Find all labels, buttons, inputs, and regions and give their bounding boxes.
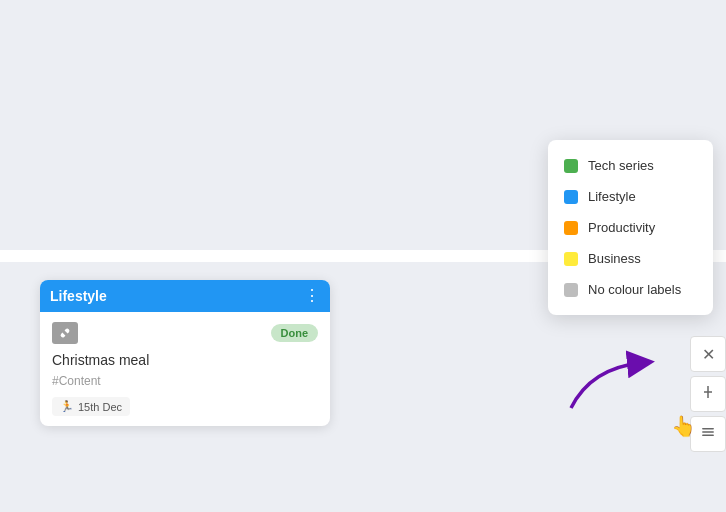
color-dot-tech — [564, 159, 578, 173]
link-icon — [58, 326, 72, 340]
card-tag: #Content — [52, 374, 318, 388]
task-card: Lifestyle ⋮ Done Christmas meal #Content… — [40, 280, 330, 426]
close-icon: ✕ — [702, 345, 715, 364]
pin-button[interactable] — [690, 376, 726, 412]
date-icon: 🏃 — [60, 400, 74, 413]
menu-icon — [700, 424, 716, 444]
arrow-annotation — [551, 348, 671, 422]
pin-icon — [700, 384, 716, 404]
card-date: 🏃 15th Dec — [52, 397, 130, 416]
arrow-svg — [551, 348, 671, 418]
card-header: Lifestyle ⋮ — [40, 280, 330, 312]
dropdown-item-lifestyle[interactable]: Lifestyle — [548, 181, 713, 212]
dropdown-item-no-colour[interactable]: No colour labels — [548, 274, 713, 305]
card-header-title: Lifestyle — [50, 288, 107, 304]
svg-rect-2 — [702, 428, 714, 430]
card-body: Done Christmas meal #Content 🏃 15th Dec — [40, 312, 330, 426]
status-badge: Done — [271, 324, 319, 342]
dropdown-label-productivity: Productivity — [588, 220, 655, 235]
card-menu-button[interactable]: ⋮ — [304, 288, 320, 304]
cursor: 👆 — [671, 414, 696, 438]
close-button[interactable]: ✕ — [690, 336, 726, 372]
dropdown-item-productivity[interactable]: Productivity — [548, 212, 713, 243]
color-dot-no-colour — [564, 283, 578, 297]
card-top-row: Done — [52, 322, 318, 344]
card-title: Christmas meal — [52, 352, 318, 368]
dropdown-label-lifestyle: Lifestyle — [588, 189, 636, 204]
svg-rect-3 — [702, 431, 714, 433]
dropdown-label-business: Business — [588, 251, 641, 266]
dropdown-item-business[interactable]: Business — [548, 243, 713, 274]
dropdown-label-tech: Tech series — [588, 158, 654, 173]
svg-rect-4 — [702, 435, 714, 437]
dropdown-label-no-colour: No colour labels — [588, 282, 681, 297]
color-label-dropdown: Tech series Lifestyle Productivity Busin… — [548, 140, 713, 315]
card-date-text: 15th Dec — [78, 401, 122, 413]
color-dot-lifestyle — [564, 190, 578, 204]
dropdown-item-tech[interactable]: Tech series — [548, 150, 713, 181]
color-dot-business — [564, 252, 578, 266]
color-dot-productivity — [564, 221, 578, 235]
card-link-icon — [52, 322, 78, 344]
